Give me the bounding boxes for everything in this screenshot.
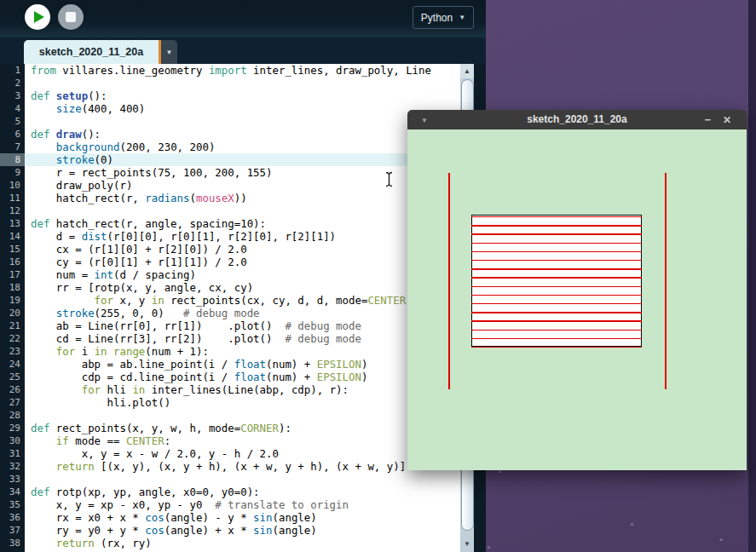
code-line[interactable]: 5	[0, 115, 460, 128]
text-cursor-ibeam	[384, 171, 394, 191]
tab-sketch[interactable]: sketch_2020_11_20a	[24, 40, 159, 64]
ide-toolbar: Python ▼	[0, 0, 486, 37]
line-number: 27	[0, 396, 25, 409]
line-number: 36	[0, 511, 25, 524]
code-line[interactable]: 11 hatch_rect(r, radians(mouseX))	[0, 192, 460, 204]
code-line[interactable]: 12	[0, 204, 460, 217]
line-number: 35	[0, 498, 25, 511]
code-line[interactable]: 18 rr = [rotp(x, y, angle, cx, cy)	[0, 281, 460, 294]
code-line[interactable]: 35 x, y = xp - x0, yp - y0 # translate t…	[0, 498, 460, 511]
tab-strip: sketch_2020_11_20a ▼	[0, 37, 486, 64]
code-line[interactable]: 22 cd = Line(rr[3], rr[2]) .plot() # deb…	[0, 332, 460, 345]
desktop-edge-shadow	[748, 0, 756, 552]
code-line[interactable]: 26 for hli in inter_lines(Line(abp, cdp)…	[0, 383, 460, 396]
code-line[interactable]: 28	[0, 409, 460, 422]
chevron-down-icon: ▼	[459, 14, 465, 21]
code-line[interactable]: 33	[0, 473, 460, 486]
close-button[interactable]: ✕	[718, 110, 736, 129]
mode-selector-button[interactable]: Python ▼	[413, 6, 474, 29]
hatch-line	[471, 303, 642, 304]
line-number: 19	[0, 294, 25, 307]
line-number: 23	[0, 345, 25, 358]
code-line[interactable]: 31 x, y = x - w / 2.0, y - h / 2.0	[0, 447, 460, 460]
line-number: 25	[0, 371, 25, 383]
line-number: 34	[0, 486, 25, 498]
sparkle-icon: ×	[719, 537, 724, 543]
line-number: 31	[0, 447, 25, 460]
minimize-button[interactable]: −	[699, 110, 716, 129]
line-number: 10	[0, 179, 25, 192]
stop-icon	[66, 12, 76, 22]
line-number: 4	[0, 102, 25, 115]
line-number: 17	[0, 268, 25, 281]
line-number: 37	[0, 524, 25, 537]
code-line[interactable]: 2	[0, 77, 460, 89]
hatch-line	[471, 260, 642, 261]
line-number: 29	[0, 422, 25, 434]
code-line[interactable]: 23 for i in range(num + 1):	[0, 345, 460, 358]
code-line[interactable]: 34def rotp(xp, yp, angle, x0=0, y0=0):	[0, 486, 460, 498]
hatch-line	[471, 295, 642, 296]
scrollbar-up-button[interactable]: ▲	[460, 64, 474, 78]
code-line[interactable]: 3def setup():	[0, 89, 460, 102]
hatch-line	[471, 347, 642, 348]
code-line[interactable]: 30 if mode == CENTER:	[0, 434, 460, 447]
line-number: 11	[0, 192, 25, 204]
code-line[interactable]: 7 background(200, 230, 200)	[0, 141, 460, 153]
code-line[interactable]: 20 stroke(255, 0, 0) # debug mode	[0, 307, 460, 319]
code-line[interactable]: 14 d = dist(r[0][0], r[0][1], r[2][0], r…	[0, 230, 460, 243]
line-number: 9	[0, 166, 25, 179]
code-line[interactable]: 32 return [(x, y), (x, y + h), (x + w, y…	[0, 460, 460, 473]
line-number: 5	[0, 115, 25, 128]
line-number: 6	[0, 128, 25, 141]
code-line[interactable]: 19 for x, y in rect_points(cx, cy, d, d,…	[0, 294, 460, 307]
sketch-output-window: ▼ sketch_2020_11_20a − ✕	[407, 110, 747, 470]
line-number: 15	[0, 243, 25, 256]
code-line[interactable]: 15 cx = (r[1][0] + r[2][0]) / 2.0	[0, 243, 460, 256]
line-number: 38	[0, 537, 25, 549]
code-line[interactable]: 6def draw():	[0, 128, 460, 141]
code-line[interactable]: 25 cdp = cd.line_point(i / float(num) + …	[0, 371, 460, 383]
code-line[interactable]: 27 hli.plot()	[0, 396, 460, 409]
line-number: 22	[0, 332, 25, 345]
line-number: 3	[0, 89, 25, 102]
chevron-down-icon: ▼	[166, 49, 173, 56]
code-editor[interactable]: 1from villares.line_geometry import inte…	[0, 64, 460, 552]
line-number: 16	[0, 256, 25, 268]
line-number: 32	[0, 460, 25, 473]
code-line[interactable]: 16 cy = (r[0][1] + r[1][1]) / 2.0	[0, 256, 460, 268]
line-number: 2	[0, 77, 25, 89]
code-line[interactable]: 13def hatch_rect(r, angle, spacing=10):	[0, 217, 460, 230]
sparkle-icon: ×	[630, 521, 634, 528]
code-line[interactable]: 21 ab = Line(rr[0], rr[1]) .plot() # deb…	[0, 319, 460, 332]
sketch-titlebar[interactable]: ▼ sketch_2020_11_20a − ✕	[407, 110, 747, 129]
code-line[interactable]: 24 abp = ab.line_point(i / float(num) + …	[0, 358, 460, 371]
arrow-down-icon: ▼	[464, 540, 470, 548]
hatch-line	[471, 277, 642, 278]
hatch-line	[471, 312, 642, 313]
tab-menu-button[interactable]: ▼	[161, 40, 177, 64]
line-number: 7	[0, 141, 25, 153]
code-line[interactable]: 1from villares.line_geometry import inte…	[0, 64, 460, 77]
line-number: 33	[0, 473, 25, 486]
hatch-line	[471, 320, 642, 321]
line-number: 21	[0, 319, 25, 332]
debug-line	[665, 173, 667, 389]
sketch-canvas[interactable]	[407, 129, 747, 470]
code-line[interactable]: 17 num = int(d / spacing)	[0, 268, 460, 281]
code-line[interactable]: 4 size(400, 400)	[0, 102, 460, 115]
hatch-line	[471, 251, 642, 252]
line-number: 26	[0, 383, 25, 396]
hatch-line	[471, 216, 642, 217]
hatch-line	[471, 243, 642, 244]
scrollbar-down-button[interactable]: ▼	[460, 538, 474, 550]
hatch-line	[471, 286, 642, 287]
stop-button[interactable]	[58, 4, 84, 30]
code-line[interactable]: 37 ry = y0 + y * cos(angle) + x * sin(an…	[0, 524, 460, 537]
code-line[interactable]: 29def rect_points(x, y, w, h, mode=CORNE…	[0, 422, 460, 434]
code-line[interactable]: 38 return (rx, ry)	[0, 537, 460, 549]
line-number: 18	[0, 281, 25, 294]
code-line[interactable]: 8 stroke(0)	[0, 153, 460, 166]
code-line[interactable]: 36 rx = x0 + x * cos(angle) - y * sin(an…	[0, 511, 460, 524]
run-button[interactable]	[25, 4, 50, 30]
